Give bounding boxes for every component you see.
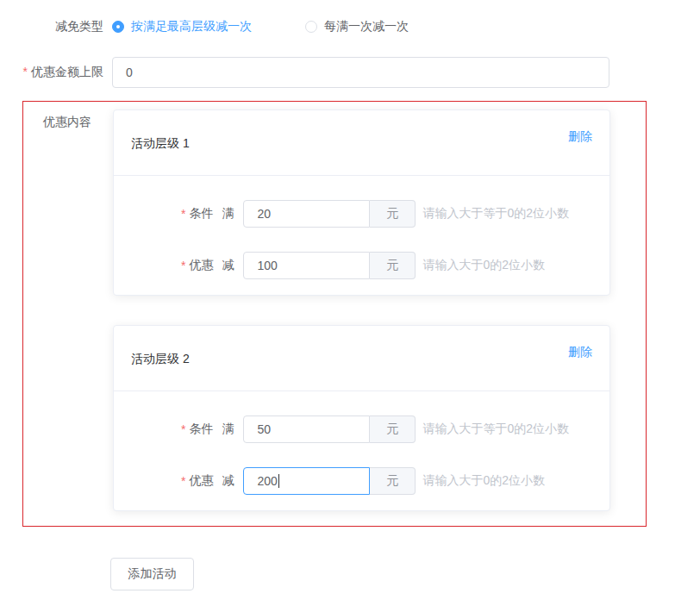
discount-prefix: 减 bbox=[222, 473, 234, 489]
required-asterisk: * bbox=[23, 65, 28, 78]
condition-input-group: 元 bbox=[243, 200, 416, 228]
tier-card-1-delete-button[interactable]: 删除 bbox=[568, 129, 592, 175]
add-activity-button[interactable]: 添加活动 bbox=[110, 558, 194, 590]
condition-amount-input[interactable] bbox=[243, 415, 370, 443]
discount-amount-input-focused[interactable] bbox=[243, 467, 370, 495]
input-hint: 请输入大于等于0的2位小数 bbox=[422, 206, 569, 222]
tier-card-2-delete-button[interactable]: 删除 bbox=[568, 345, 592, 390]
unit-suffix: 元 bbox=[370, 200, 416, 228]
reduction-type-row: 减免类型 按满足最高层级减一次 每满一次减一次 bbox=[0, 19, 700, 34]
radio-option-highest-tier[interactable]: 按满足最高层级减一次 bbox=[112, 19, 252, 34]
radio-unselected-icon[interactable] bbox=[305, 21, 317, 33]
discount-amount-input[interactable] bbox=[243, 252, 370, 279]
input-hint: 请输入大于等于0的2位小数 bbox=[422, 422, 569, 437]
tier-card-1-header: 活动层级 1 删除 bbox=[114, 110, 609, 176]
condition-prefix: 满 bbox=[222, 422, 234, 437]
discount-label: 优惠 bbox=[189, 473, 213, 489]
condition-input-group: 元 bbox=[243, 415, 416, 443]
discount-label: 优惠 bbox=[189, 258, 213, 273]
tier-card-2-title: 活动层级 2 bbox=[131, 352, 190, 390]
tier-card-2-header: 活动层级 2 删除 bbox=[114, 326, 609, 391]
tier-card-2: 活动层级 2 删除 * 条件 满 元 请输入大于等于0的2位小数 * 优惠 bbox=[113, 325, 610, 511]
discount-input-group: 元 bbox=[243, 252, 416, 279]
tier-card-1-body: * 条件 满 元 请输入大于等于0的2位小数 * 优惠 减 元 bbox=[114, 176, 609, 279]
input-hint: 请输入大于0的2位小数 bbox=[422, 258, 545, 273]
condition-label: 条件 bbox=[189, 422, 213, 437]
discount-cap-label-text: 优惠金额上限 bbox=[31, 65, 103, 78]
required-asterisk: * bbox=[181, 259, 185, 272]
tier-cards-container: 活动层级 1 删除 * 条件 满 元 请输入大于等于0的2位小数 * 优惠 bbox=[113, 109, 610, 511]
discount-cap-input[interactable] bbox=[112, 57, 609, 88]
radio-option-label[interactable]: 每满一次减一次 bbox=[324, 19, 409, 34]
condition-label: 条件 bbox=[189, 206, 213, 222]
discount-content-label: 优惠内容 bbox=[23, 102, 113, 130]
radio-option-every-time[interactable]: 每满一次减一次 bbox=[305, 19, 409, 34]
discount-row: * 优惠 减 元 请输入大于0的2位小数 bbox=[181, 467, 609, 495]
discount-content-section: 优惠内容 活动层级 1 删除 * 条件 满 元 请输入大于等于0的2位小数 bbox=[22, 101, 647, 527]
discount-cap-label: *优惠金额上限 bbox=[0, 65, 112, 80]
condition-row: * 条件 满 元 请输入大于等于0的2位小数 bbox=[181, 200, 609, 228]
input-hint: 请输入大于0的2位小数 bbox=[422, 473, 545, 489]
discount-row: * 优惠 减 元 请输入大于0的2位小数 bbox=[181, 252, 609, 279]
discount-input-group-focused: 元 bbox=[243, 467, 416, 495]
condition-prefix: 满 bbox=[222, 206, 234, 222]
unit-suffix: 元 bbox=[370, 252, 416, 279]
unit-suffix: 元 bbox=[370, 467, 416, 495]
tier-card-2-body: * 条件 满 元 请输入大于等于0的2位小数 * 优惠 减 bbox=[114, 391, 609, 495]
unit-suffix: 元 bbox=[370, 415, 416, 443]
reduction-type-radio-group: 按满足最高层级减一次 每满一次减一次 bbox=[112, 19, 409, 34]
discount-cap-row: *优惠金额上限 bbox=[0, 57, 700, 88]
reduction-type-label: 减免类型 bbox=[0, 19, 112, 34]
tier-card-1-title: 活动层级 1 bbox=[131, 136, 190, 175]
condition-amount-input[interactable] bbox=[243, 200, 370, 228]
required-asterisk: * bbox=[181, 474, 185, 488]
required-asterisk: * bbox=[181, 422, 185, 436]
radio-selected-icon[interactable] bbox=[112, 21, 124, 33]
condition-row: * 条件 满 元 请输入大于等于0的2位小数 bbox=[181, 415, 609, 443]
required-asterisk: * bbox=[181, 207, 185, 221]
discount-prefix: 减 bbox=[222, 258, 234, 273]
text-cursor bbox=[278, 474, 279, 488]
tier-card-1: 活动层级 1 删除 * 条件 满 元 请输入大于等于0的2位小数 * 优惠 bbox=[113, 109, 610, 296]
radio-option-label[interactable]: 按满足最高层级减一次 bbox=[131, 19, 252, 34]
